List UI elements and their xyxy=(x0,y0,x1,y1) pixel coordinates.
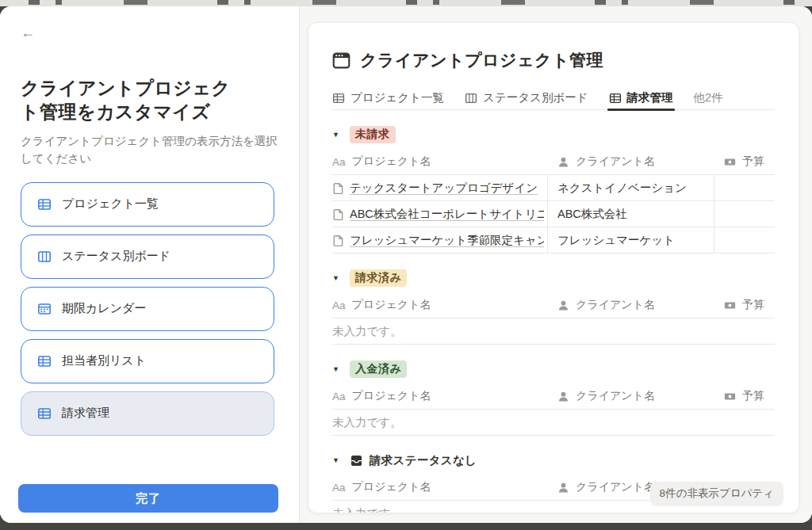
table-view-icon xyxy=(609,92,622,105)
column-label: クライアント名 xyxy=(576,298,655,312)
view-option-label: プロジェクト一覧 xyxy=(62,196,159,212)
person-icon xyxy=(557,391,569,402)
column-label: クライアント名 xyxy=(576,480,655,494)
hidden-properties-tooltip: 8件の非表示プロパティ xyxy=(650,482,783,505)
page-icon xyxy=(332,208,344,220)
group-header-no-status: ▼ 請求ステータスなし xyxy=(332,451,775,470)
collapse-triangle-icon[interactable]: ▼ xyxy=(332,456,342,464)
panel-title: クライアントプロジェクト管理をカスタマイズ xyxy=(21,76,232,124)
budget-cell xyxy=(714,175,775,200)
money-icon xyxy=(724,391,736,402)
client-name-cell: フレッシュマーケット xyxy=(548,227,714,253)
preview-area: クライアントプロジェクト管理 プロジェクト一覧 ステータス別ボード 請求管理 xyxy=(300,6,812,523)
person-icon xyxy=(557,299,569,311)
tab-status-board[interactable]: ステータス別ボード xyxy=(465,86,588,110)
page-icon xyxy=(332,234,344,246)
client-name-cell: ABC株式会社 xyxy=(548,201,714,227)
collapse-triangle-icon[interactable]: ▼ xyxy=(332,131,342,139)
table-view-icon xyxy=(37,354,52,368)
column-label: クライアント名 xyxy=(576,154,655,169)
customize-sidebar: ← クライアントプロジェクト管理をカスタマイズ クライアントプロジェクト管理の表… xyxy=(0,6,300,523)
tab-project-list[interactable]: プロジェクト一覧 xyxy=(332,86,444,110)
page-icon xyxy=(332,182,344,194)
column-header-client-name: クライアント名 xyxy=(548,149,714,174)
title-property-icon: Aa xyxy=(332,391,346,402)
status-badge-billed: 請求済み xyxy=(350,269,407,287)
view-options-list: プロジェクト一覧 ステータス別ボード 期限カレンダー 担当者別リスト xyxy=(21,182,278,436)
database-gallery-icon xyxy=(332,51,350,70)
done-button[interactable]: 完了 xyxy=(18,484,278,513)
column-header-project-name: Aa プロジェクト名 xyxy=(332,383,548,409)
column-header-project-name: Aa プロジェクト名 xyxy=(332,292,548,318)
column-header-budget: 予算 xyxy=(714,149,775,174)
board-view-icon xyxy=(37,250,52,264)
money-icon xyxy=(724,299,736,311)
group-label-no-status: 請求ステータスなし xyxy=(370,453,477,468)
column-label: プロジェクト名 xyxy=(352,154,431,169)
budget-cell xyxy=(714,201,775,227)
column-header-project-name: Aa プロジェクト名 xyxy=(332,149,548,174)
view-option-label: ステータス別ボード xyxy=(62,249,170,264)
group-header-unbilled: ▼ 未請求 xyxy=(332,125,775,144)
collapse-triangle-icon[interactable]: ▼ xyxy=(332,274,342,282)
column-label: クライアント名 xyxy=(576,389,655,403)
column-header-client-name: クライアント名 xyxy=(548,383,714,409)
tab-label: プロジェクト一覧 xyxy=(350,90,444,105)
tab-label: ステータス別ボード xyxy=(483,90,588,105)
column-header-budget: 予算 xyxy=(714,383,775,409)
column-header-row: Aa プロジェクト名 クライアント名 予算 xyxy=(332,149,775,175)
column-label: 予算 xyxy=(742,389,764,403)
database-preview-card: クライアントプロジェクト管理 プロジェクト一覧 ステータス別ボード 請求管理 xyxy=(308,22,799,513)
calendar-view-icon xyxy=(37,302,52,316)
title-property-icon: Aa xyxy=(332,299,346,311)
database-title: クライアントプロジェクト管理 xyxy=(360,49,603,71)
person-icon xyxy=(557,156,569,168)
view-option-assignee-list[interactable]: 担当者別リスト xyxy=(21,339,274,383)
view-option-label: 請求管理 xyxy=(62,406,109,421)
title-property-icon: Aa xyxy=(332,156,346,168)
board-view-icon xyxy=(465,92,477,105)
tab-label: 他2件 xyxy=(694,90,723,105)
title-property-icon: Aa xyxy=(332,482,346,494)
column-header-client-name: クライアント名 xyxy=(548,292,714,318)
collapse-triangle-icon[interactable]: ▼ xyxy=(332,365,342,373)
background-page-clipped xyxy=(0,0,812,6)
view-option-label: 期限カレンダー xyxy=(62,301,146,316)
view-option-deadline-calendar[interactable]: 期限カレンダー xyxy=(21,287,274,331)
view-option-status-board[interactable]: ステータス別ボード xyxy=(21,234,274,279)
group-header-paid: ▼ 入金済み xyxy=(332,360,775,379)
view-option-label: 担当者別リスト xyxy=(62,353,146,368)
status-badge-paid: 入金済み xyxy=(350,360,407,378)
client-name-cell: ネクストイノベーション xyxy=(548,175,714,200)
database-title-row: クライアントプロジェクト管理 xyxy=(332,50,775,71)
budget-cell xyxy=(714,227,775,253)
column-header-project-name: Aa プロジェクト名 xyxy=(332,475,548,500)
column-label: 予算 xyxy=(742,154,764,169)
back-arrow-icon[interactable]: ← xyxy=(21,22,41,43)
table-row[interactable]: ABC株式会社コーポレートサイトリニュ ABC株式会社 xyxy=(332,201,775,227)
view-option-project-list[interactable]: プロジェクト一覧 xyxy=(21,182,274,227)
table-row[interactable]: フレッシュマーケット季節限定キャンペ フレッシュマーケット xyxy=(332,227,775,254)
money-icon xyxy=(724,156,736,168)
view-option-billing-management[interactable]: 請求管理 xyxy=(21,391,274,436)
tab-label: 請求管理 xyxy=(627,90,673,105)
table-view-icon xyxy=(332,92,345,105)
project-name-link[interactable]: フレッシュマーケット季節限定キャンペ xyxy=(350,233,544,248)
project-name-link[interactable]: ABC株式会社コーポレートサイトリニュ xyxy=(350,207,544,222)
column-header-row: Aa プロジェクト名 クライアント名 予算 xyxy=(332,383,775,410)
table-row[interactable]: テックスタートアップロゴデザイン ネクストイノベーション xyxy=(332,175,775,201)
column-label: プロジェクト名 xyxy=(352,389,431,403)
tab-more-views[interactable]: 他2件 xyxy=(694,86,723,110)
empty-state-text: 未入力です。 xyxy=(332,410,775,436)
project-name-link[interactable]: テックスタートアップロゴデザイン xyxy=(350,181,538,196)
table-view-icon xyxy=(37,197,52,212)
group-header-billed: ▼ 請求済み xyxy=(332,269,775,288)
panel-subtitle: クライアントプロジェクト管理の表示方法を選択してください xyxy=(21,132,278,168)
view-tabs: プロジェクト一覧 ステータス別ボード 請求管理 他2件 xyxy=(332,86,775,110)
column-label: プロジェクト名 xyxy=(352,480,431,494)
column-header-row: Aa プロジェクト名 クライアント名 予算 xyxy=(332,292,775,318)
tab-billing-management[interactable]: 請求管理 xyxy=(609,86,673,110)
tray-icon xyxy=(350,454,363,467)
empty-state-text: 未入力です。 xyxy=(332,318,775,345)
table-view-icon xyxy=(37,406,52,421)
